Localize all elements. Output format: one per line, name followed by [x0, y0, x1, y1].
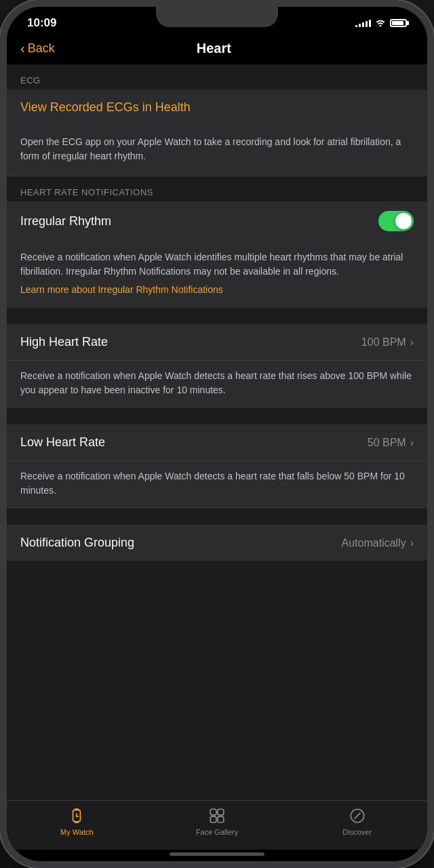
svg-rect-4: [75, 822, 79, 823]
irregular-rhythm-label: Irregular Rhythm: [20, 214, 111, 229]
wifi-icon: [375, 18, 386, 28]
notification-grouping-value-group: Automatically ›: [342, 537, 414, 549]
signal-bars-icon: [355, 19, 371, 27]
low-heart-rate-value-group: 50 BPM ›: [368, 437, 414, 449]
irregular-rhythm-card: Irregular Rhythm Receive a notification …: [7, 201, 427, 308]
section-gap-3: [7, 509, 427, 525]
content-scroll[interactable]: ECG View Recorded ECGs in Health Open th…: [7, 64, 427, 800]
irregular-rhythm-description: Receive a notification when Apple Watch …: [7, 241, 427, 308]
high-heart-rate-chevron-icon: ›: [410, 336, 414, 349]
ecg-section-header: ECG: [7, 64, 427, 90]
svg-rect-3: [75, 808, 79, 810]
section-gap-4: [7, 561, 427, 577]
low-heart-rate-label: Low Heart Rate: [20, 435, 105, 450]
low-heart-rate-row[interactable]: Low Heart Rate 50 BPM ›: [7, 425, 427, 461]
low-heart-rate-value: 50 BPM: [368, 437, 406, 449]
high-heart-rate-value: 100 BPM: [361, 336, 406, 349]
my-watch-tab-label: My Watch: [60, 828, 94, 836]
irregular-rhythm-learn-more-link[interactable]: Learn more about Irregular Rhythm Notifi…: [20, 283, 414, 297]
face-gallery-tab-label: Face Gallery: [196, 828, 238, 836]
back-label: Back: [28, 41, 55, 56]
nav-bar: ‹ Back Heart: [7, 35, 427, 64]
phone-frame: 10:09: [0, 0, 434, 868]
screen: 10:09: [7, 7, 427, 861]
discover-tab-label: Discover: [342, 828, 372, 836]
low-heart-rate-description: Receive a notification when Apple Watch …: [7, 461, 427, 509]
high-heart-rate-row[interactable]: High Heart Rate 100 BPM ›: [7, 324, 427, 361]
page-title: Heart: [55, 41, 373, 56]
battery-icon: [390, 19, 407, 27]
irregular-rhythm-row: Irregular Rhythm: [7, 201, 427, 241]
ecg-card: View Recorded ECGs in Health Open the EC…: [7, 90, 427, 176]
svg-marker-10: [354, 813, 360, 819]
ecg-description: Open the ECG app on your Apple Watch to …: [7, 125, 427, 176]
tab-face-gallery[interactable]: Face Gallery: [147, 806, 288, 836]
high-heart-rate-description: Receive a notification when Apple Watch …: [7, 361, 427, 408]
high-heart-rate-card: High Heart Rate 100 BPM › Receive a noti…: [7, 324, 427, 408]
irregular-rhythm-toggle[interactable]: [378, 211, 414, 231]
tab-my-watch[interactable]: My Watch: [7, 806, 147, 836]
status-bar: 10:09: [7, 7, 427, 35]
svg-rect-6: [218, 809, 224, 815]
heart-rate-notifications-header: HEART RATE NOTIFICATIONS: [7, 176, 427, 201]
notification-grouping-chevron-icon: ›: [410, 537, 414, 549]
notification-grouping-card: Notification Grouping Automatically ›: [7, 525, 427, 561]
my-watch-icon: [67, 806, 86, 825]
svg-rect-8: [218, 816, 224, 823]
high-heart-rate-label: High Heart Rate: [20, 335, 108, 349]
notification-grouping-row[interactable]: Notification Grouping Automatically ›: [7, 525, 427, 561]
discover-icon: [348, 806, 367, 825]
back-chevron-icon: ‹: [20, 41, 25, 56]
toggle-knob: [395, 213, 412, 229]
section-gap-5: [7, 577, 427, 593]
notification-grouping-value: Automatically: [342, 537, 406, 549]
low-heart-rate-card: Low Heart Rate 50 BPM › Receive a notifi…: [7, 425, 427, 509]
back-button[interactable]: ‹ Back: [20, 41, 55, 56]
home-indicator: [170, 852, 264, 856]
tab-bar: My Watch Face Gallery: [7, 800, 427, 850]
notification-grouping-label: Notification Grouping: [20, 536, 134, 550]
high-heart-rate-value-group: 100 BPM ›: [361, 336, 414, 349]
tab-discover[interactable]: Discover: [287, 806, 427, 836]
status-icons: [355, 18, 407, 28]
ecg-link[interactable]: View Recorded ECGs in Health: [7, 90, 427, 125]
svg-rect-7: [210, 816, 216, 823]
section-gap-1: [7, 308, 427, 324]
irregular-rhythm-desc-text: Receive a notification when Apple Watch …: [20, 252, 403, 277]
svg-rect-5: [210, 809, 216, 815]
section-gap-2: [7, 408, 427, 425]
status-time: 10:09: [27, 16, 56, 30]
low-heart-rate-chevron-icon: ›: [410, 437, 414, 449]
face-gallery-icon: [208, 806, 226, 825]
